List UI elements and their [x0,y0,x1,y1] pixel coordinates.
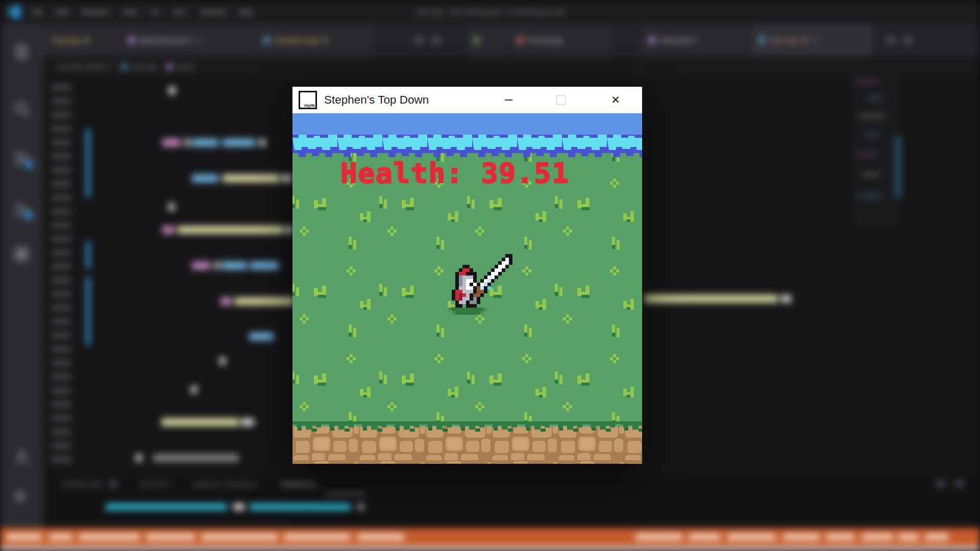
code-token [161,418,239,426]
panel-close-icon[interactable] [954,480,964,487]
knight-with-sword-sprite [445,254,516,315]
code-token [168,203,175,211]
file-icon-red [517,37,523,44]
code-token [168,87,176,94]
split-editor-icon[interactable] [886,37,895,44]
code-token [223,174,280,182]
code-token [162,139,181,146]
status-bar-item[interactable] [898,534,919,540]
git-gutter-indicator [86,241,90,269]
settings-gear-icon[interactable]: ⚙ [14,489,30,506]
tab-main-cpp-active[interactable]: main.cpp ✕ [751,24,873,57]
tab-character-cpp[interactable]: Character.cpp [256,24,374,57]
run-debug-icon[interactable] [14,202,30,218]
status-bar-item[interactable] [201,534,278,540]
code-token [282,174,292,182]
source-control-icon[interactable] [14,151,30,167]
file-icon-green [474,37,479,44]
panel-kill-icon[interactable] [936,480,945,487]
code-token [259,139,265,146]
status-bar-item[interactable] [284,534,350,540]
problems-badge [109,480,118,489]
panel-tab-output[interactable]: OUTPUT [140,481,170,488]
tab-enemy-cpp[interactable]: Enemy.cpp [509,24,612,57]
game-window-title: Stephen's Top Down [324,93,429,107]
code-token [192,139,218,146]
window-title: main.cpp - main (Workspace) - Visual Stu… [0,0,980,24]
status-bar-item[interactable] [862,534,893,540]
extensions-icon[interactable] [14,246,30,263]
status-bar-item[interactable] [783,534,820,540]
screen-bottom-strip [0,546,980,551]
dirt-band [292,421,642,464]
tab-prop-cpp[interactable]: Prop.cpp [43,24,120,57]
tab-misc[interactable] [465,24,509,57]
account-icon[interactable] [14,448,30,465]
code-token [153,454,239,462]
panel-tab-debug-console[interactable]: DEBUG CONSOLE [193,481,258,488]
minimap-speck [857,195,882,197]
editor-tab-bar: Prop.cpp BaseCharacter.h✕ Character.cpp … [43,24,980,57]
breadcrumb[interactable]: top down section 2› main.cpp› main() [43,57,980,77]
terminal-text [233,504,244,510]
modified-dot [323,38,327,42]
game-title-bar[interactable]: raylib Stephen's Top Down ✕ [292,87,642,114]
debug-badge [24,211,33,220]
status-bar-item[interactable] [689,534,720,540]
maximize-button[interactable] [550,90,572,110]
status-bar-item[interactable] [79,534,140,540]
panel-tab-problems[interactable]: PROBLEMS [62,481,103,488]
water-band [292,113,642,162]
status-bar-item[interactable] [635,534,682,540]
minimize-button[interactable] [497,90,520,110]
close-tab-icon[interactable]: ✕ [197,37,202,44]
status-bar[interactable] [0,528,980,546]
raylib-icon: raylib [299,91,317,109]
active-panel-underline [325,493,366,494]
close-tab-icon[interactable]: ✕ [812,37,817,44]
tab-basecharacter-h[interactable]: BaseCharacter.h✕ [120,24,256,57]
minimap-speck [863,173,880,176]
code-token [781,295,791,303]
panel-tab-terminal[interactable]: TERMINAL [280,481,318,488]
status-bar-item[interactable] [49,534,72,540]
code-token [191,386,197,393]
search-icon[interactable] [14,101,30,117]
method-icon [167,64,172,70]
status-bar-item[interactable] [357,534,404,540]
code-token [220,297,232,305]
git-gutter-indicator [86,277,90,345]
explorer-icon[interactable] [14,43,30,60]
modified-dot [803,38,807,42]
code-token [223,139,255,146]
modified-dot [85,38,89,42]
code-token [249,333,274,340]
code-token [136,454,142,462]
game-window: raylib Stephen's Top Down ✕ [292,87,642,464]
more-actions-icon[interactable] [432,37,441,44]
code-token [214,262,219,269]
status-bar-item[interactable] [146,534,195,540]
status-bar-item[interactable] [925,534,948,540]
code-token [185,139,190,146]
minimap-speck [859,115,885,117]
minimap-speck [868,97,883,99]
ellipsis-icon[interactable] [903,37,913,44]
split-editor-icon[interactable] [414,37,424,44]
code-token [644,295,778,303]
line-numbers [51,84,71,467]
status-bar-item[interactable] [826,534,854,540]
game-canvas[interactable]: Health: 39.51 [292,113,642,464]
source-control-badge [24,160,33,169]
code-token [250,262,279,269]
status-bar-item[interactable] [727,534,776,540]
close-button[interactable]: ✕ [604,90,627,110]
health-readout: Health: 39.51 [340,157,570,189]
code-token [235,297,295,305]
cpp-file-icon [121,64,127,70]
tab-character-h[interactable]: Character.h [641,24,749,57]
code-token [178,226,284,234]
terminal-text [106,504,227,510]
status-bar-item[interactable] [6,534,42,540]
minimap-slider[interactable] [895,137,901,198]
